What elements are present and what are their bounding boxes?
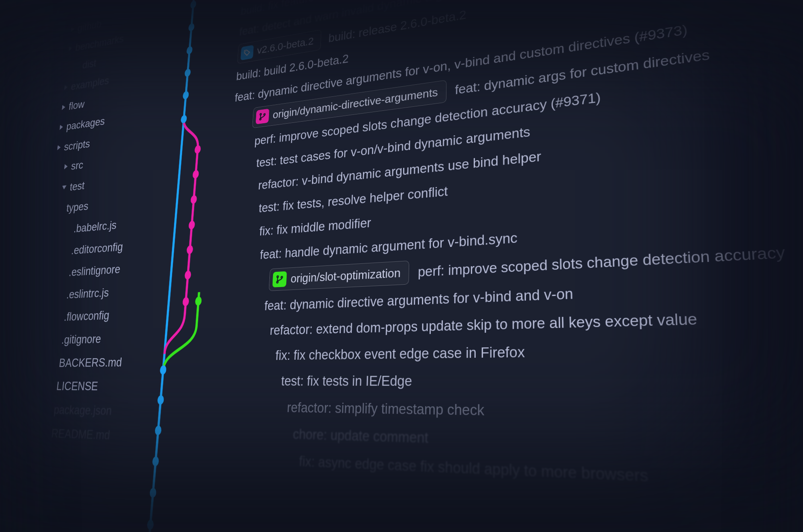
- chevron-right-icon: [64, 85, 68, 90]
- svg-point-27: [277, 281, 278, 283]
- file-tree-label: src: [70, 154, 85, 177]
- commit-message: chore: update comment: [292, 423, 428, 449]
- commit-row[interactable]: fix: async edge case fix should apply to…: [209, 444, 803, 524]
- chevron-right-icon: [57, 145, 61, 150]
- chevron-right-icon: [59, 124, 63, 130]
- commit-message: test: fix tests in IE/Edge: [281, 370, 412, 392]
- spacer: [62, 272, 65, 273]
- svg-point-22: [245, 51, 246, 52]
- file-tree-label: flow: [68, 94, 86, 116]
- branch-chip[interactable]: origin/slot-optimization: [269, 261, 410, 291]
- chevron-down-icon: [62, 185, 67, 190]
- file-tree-label: .eslintignore: [68, 258, 121, 283]
- file-tree-item[interactable]: BACKERS.md: [31, 350, 136, 374]
- commit-row[interactable]: chore: update comment: [211, 419, 803, 482]
- file-tree-label: .gitignore: [60, 327, 102, 351]
- commit-message: fix: fix checkbox event edge case in Fir…: [275, 340, 525, 366]
- commit-message: refactor: simplify timestamp check: [287, 397, 485, 422]
- chevron-right-icon: [62, 104, 65, 110]
- commit-row[interactable]: refactor: simplify timestamp check: [213, 393, 803, 441]
- branch-label: origin/slot-optimization: [290, 263, 401, 288]
- file-tree-label: scripts: [63, 133, 91, 157]
- file-tree-label: .editorconfig: [70, 235, 124, 261]
- file-tree-item[interactable]: LICENSE: [29, 374, 134, 398]
- file-tree-label: dist: [82, 53, 98, 75]
- file-tree-item[interactable]: package.json: [26, 397, 131, 423]
- file-tree-label: BACKERS.md: [58, 350, 123, 374]
- file-tree-label: LICENSE: [55, 374, 99, 398]
- svg-point-10: [149, 488, 157, 498]
- tag-icon: [240, 45, 254, 61]
- chevron-right-icon: [64, 164, 68, 169]
- file-tree-label: package.json: [53, 397, 113, 422]
- file-tree-label: .eslintrc.js: [65, 281, 110, 306]
- branch-icon: [256, 109, 269, 124]
- chevron-right-icon: [71, 26, 75, 32]
- spacer: [67, 229, 70, 229]
- spacer: [64, 251, 67, 251]
- file-tree-label: test: [69, 175, 86, 198]
- file-tree-label: .flowconfig: [63, 304, 110, 328]
- file-tree-item[interactable]: .gitignore: [34, 326, 138, 352]
- spacer: [60, 208, 63, 209]
- file-tree-label: README.md: [50, 421, 111, 447]
- commit-message: fix: async edge case fix should apply to…: [299, 450, 649, 489]
- file-tree-item[interactable]: .flowconfig: [37, 302, 140, 329]
- file-tree-label: .babelrc.js: [73, 214, 118, 239]
- file-tree-item[interactable]: README.md: [23, 421, 129, 448]
- file-tree-label: types: [65, 195, 90, 219]
- svg-point-11: [147, 520, 154, 530]
- spacer: [76, 66, 79, 66]
- branch-icon: [272, 271, 287, 287]
- git-log-panel: build: build 2.6.0-beta.3build: fix feat…: [110, 0, 803, 532]
- chevron-right-icon: [69, 46, 72, 51]
